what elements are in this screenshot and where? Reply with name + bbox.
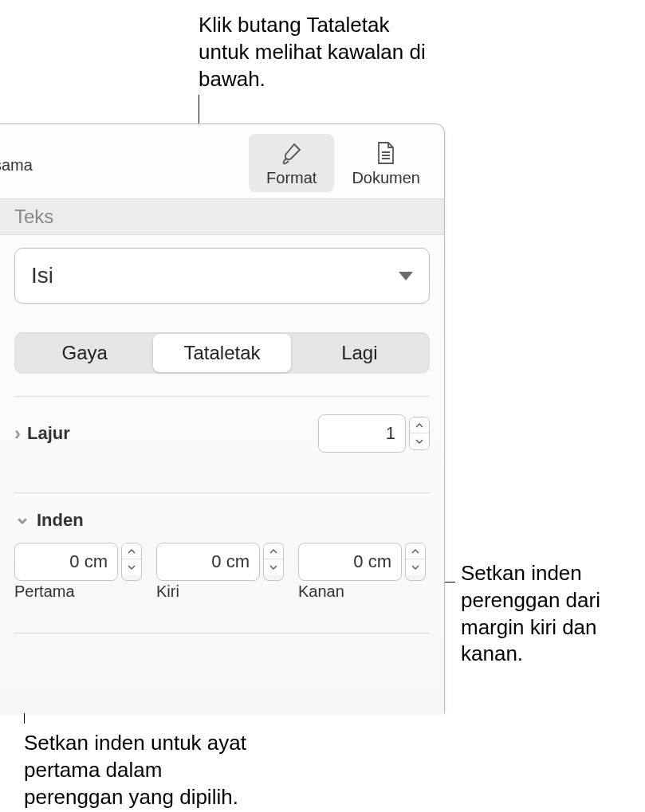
inden-label: Inden — [37, 510, 84, 531]
callout-top: Klik butang Tataletak untuk melihat kawa… — [199, 12, 438, 92]
inden-disclosure[interactable]: Inden — [14, 493, 430, 543]
lajur-label: Lajur — [27, 423, 70, 444]
stepper-up-button[interactable] — [264, 543, 283, 559]
lajur-input[interactable] — [318, 414, 406, 453]
format-sidebar-panel: sama Format Dokumen T — [0, 124, 445, 713]
inden-kanan-stepper — [405, 543, 426, 581]
toolbar-collaborate-partial: sama — [0, 156, 33, 175]
stepper-down-button[interactable] — [406, 559, 425, 575]
tab-gaya[interactable]: Gaya — [16, 334, 153, 372]
divider — [14, 633, 430, 634]
inden-controls: Pertama Kiri — [14, 543, 430, 610]
lajur-row: Lajur — [14, 397, 430, 470]
inden-kiri: Kiri — [156, 543, 284, 601]
inden-kiri-label: Kiri — [156, 583, 284, 601]
inden-pertama-stepper — [121, 543, 142, 581]
section-header-teks: Teks — [0, 198, 444, 235]
paintbrush-icon — [280, 139, 304, 167]
chevron-down-icon — [399, 272, 413, 280]
callout-bottom: Setkan inden untuk ayat pertama dalam pe… — [24, 730, 247, 810]
document-label: Dokumen — [352, 169, 420, 187]
lajur-stepper — [318, 414, 430, 453]
inden-kiri-stepper — [263, 543, 284, 581]
stepper-up-button[interactable] — [122, 543, 141, 559]
inden-pertama-input[interactable] — [14, 543, 118, 581]
stepper-down-button[interactable] — [264, 559, 283, 575]
paragraph-style-value: Isi — [31, 263, 53, 288]
stepper-up-button[interactable] — [406, 543, 425, 559]
inden-kanan-label: Kanan — [298, 583, 426, 601]
lajur-stepper-buttons — [409, 417, 430, 450]
inden-kanan: Kanan — [298, 543, 426, 601]
inden-kiri-input[interactable] — [156, 543, 260, 581]
lajur-disclosure[interactable]: Lajur — [14, 422, 70, 445]
inden-kanan-input[interactable] — [298, 543, 402, 581]
format-toolbar-button[interactable]: Format — [249, 134, 334, 192]
tab-tataletak[interactable]: Tataletak — [153, 334, 290, 372]
text-tabs: Gaya Tataletak Lagi — [14, 332, 430, 374]
stepper-down-button[interactable] — [410, 433, 429, 449]
document-toolbar-button[interactable]: Dokumen — [334, 134, 438, 192]
document-icon — [376, 139, 396, 167]
callout-right: Setkan inden perenggan dari margin kiri … — [461, 560, 644, 668]
chevron-right-icon — [14, 422, 21, 445]
format-label: Format — [266, 169, 317, 187]
inden-pertama: Pertama — [14, 543, 142, 601]
stepper-down-button[interactable] — [122, 559, 141, 575]
toolbar: sama Format Dokumen — [0, 124, 444, 198]
paragraph-style-dropdown[interactable]: Isi — [14, 248, 430, 304]
stepper-up-button[interactable] — [410, 418, 429, 433]
inden-pertama-label: Pertama — [14, 583, 142, 601]
tab-lagi[interactable]: Lagi — [291, 334, 428, 372]
chevron-down-icon — [14, 509, 30, 532]
